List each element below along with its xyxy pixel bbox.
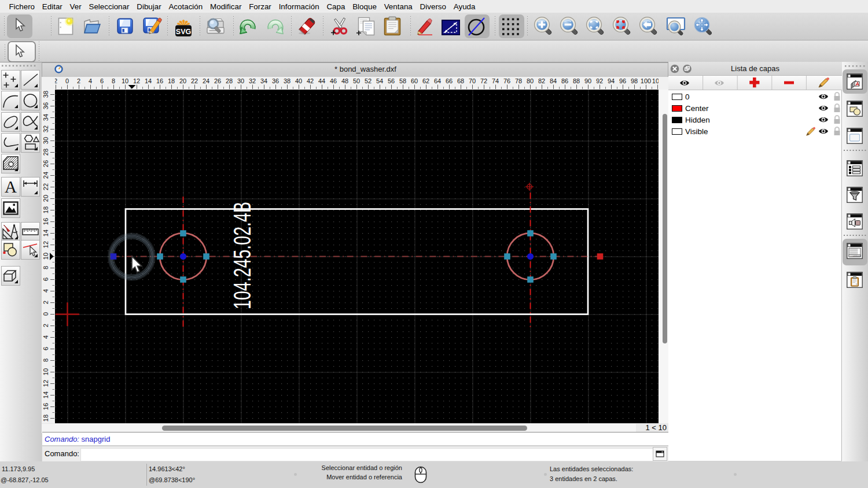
svg-text:32: 32 — [42, 125, 49, 132]
svg-text:98: 98 — [631, 77, 638, 84]
svg-text:8: 8 — [42, 266, 49, 269]
svg-text:2: 2 — [55, 77, 57, 84]
svg-text:28: 28 — [42, 149, 49, 156]
svg-text:12: 12 — [42, 380, 49, 387]
svg-text:72: 72 — [480, 77, 487, 84]
svg-text:18: 18 — [42, 206, 49, 213]
svg-text:70: 70 — [469, 77, 476, 84]
svg-text:36: 36 — [42, 102, 49, 109]
svg-text:4: 4 — [89, 77, 92, 84]
svg-text:28: 28 — [226, 77, 233, 84]
svg-text:94: 94 — [608, 77, 615, 84]
svg-text:90: 90 — [584, 77, 591, 84]
svg-text:92: 92 — [596, 77, 603, 84]
svg-text:A: A — [5, 178, 17, 196]
svg-text:14: 14 — [42, 391, 49, 398]
svg-text:30: 30 — [42, 137, 49, 144]
svg-text:8: 8 — [112, 77, 115, 84]
svg-text:4: 4 — [42, 335, 49, 339]
svg-text:26: 26 — [214, 77, 221, 84]
svg-text:22: 22 — [42, 183, 49, 190]
svg-text:20: 20 — [42, 195, 49, 202]
svg-text:66: 66 — [446, 77, 453, 84]
svg-text:SVG: SVG — [176, 28, 191, 36]
svg-text:0: 0 — [65, 77, 69, 84]
svg-text:36: 36 — [272, 77, 279, 84]
svg-text:88: 88 — [573, 77, 580, 84]
svg-text:58: 58 — [399, 77, 406, 84]
svg-text:68: 68 — [457, 77, 464, 84]
svg-text:64: 64 — [434, 77, 441, 84]
svg-text:10: 10 — [42, 253, 49, 260]
svg-text:12: 12 — [133, 77, 140, 84]
svg-text:10: 10 — [42, 368, 49, 375]
svg-text:60: 60 — [411, 77, 418, 84]
svg-text:96: 96 — [619, 77, 626, 84]
svg-text:52: 52 — [365, 77, 372, 84]
svg-text:6: 6 — [42, 347, 49, 350]
svg-text:40: 40 — [295, 77, 302, 84]
svg-text:74: 74 — [492, 77, 499, 84]
svg-text:c command: c command — [851, 255, 861, 257]
svg-text:80: 80 — [527, 77, 534, 84]
svg-text:16: 16 — [42, 403, 49, 410]
svg-text:76: 76 — [503, 77, 510, 84]
svg-text:10: 10 — [122, 77, 128, 84]
svg-text:16: 16 — [42, 218, 49, 225]
svg-text:30: 30 — [237, 77, 244, 84]
svg-text:18: 18 — [42, 415, 49, 422]
svg-text:6: 6 — [100, 77, 104, 84]
svg-text:82: 82 — [538, 77, 545, 84]
svg-text:2: 2 — [77, 77, 80, 84]
svg-text:6: 6 — [42, 278, 49, 281]
svg-text:8: 8 — [42, 358, 49, 362]
svg-text:44: 44 — [318, 77, 325, 84]
svg-text:104.245.02.4B: 104.245.02.4B — [229, 202, 256, 309]
svg-text:34: 34 — [42, 114, 49, 121]
svg-text:38: 38 — [284, 77, 290, 84]
svg-text:24: 24 — [42, 172, 49, 179]
svg-text:14: 14 — [42, 230, 49, 236]
svg-text:42: 42 — [307, 77, 314, 84]
svg-text:102: 102 — [652, 77, 659, 84]
svg-text:16: 16 — [156, 77, 163, 84]
svg-text:12: 12 — [42, 241, 49, 248]
svg-text:100: 100 — [641, 77, 651, 84]
svg-text:86: 86 — [561, 77, 568, 84]
svg-text:62: 62 — [422, 77, 429, 84]
svg-text:24: 24 — [203, 77, 209, 84]
svg-text:78: 78 — [515, 77, 522, 84]
svg-text:54: 54 — [376, 77, 383, 84]
svg-text:32: 32 — [249, 77, 256, 84]
svg-text:14: 14 — [145, 77, 152, 84]
svg-text:46: 46 — [330, 77, 337, 84]
svg-text:84: 84 — [550, 77, 557, 84]
svg-text:56: 56 — [388, 77, 395, 84]
svg-text:50: 50 — [353, 77, 360, 84]
svg-text:22: 22 — [191, 77, 198, 84]
svg-text:26: 26 — [42, 160, 49, 167]
svg-text:0: 0 — [42, 312, 49, 316]
svg-text:48: 48 — [341, 77, 348, 84]
svg-text:34: 34 — [260, 77, 267, 84]
svg-text:2: 2 — [42, 324, 49, 327]
svg-text:4: 4 — [42, 289, 49, 293]
svg-text:2: 2 — [42, 301, 49, 304]
svg-text:18: 18 — [168, 77, 175, 84]
svg-text:38: 38 — [42, 91, 49, 98]
svg-text:20: 20 — [179, 77, 186, 84]
